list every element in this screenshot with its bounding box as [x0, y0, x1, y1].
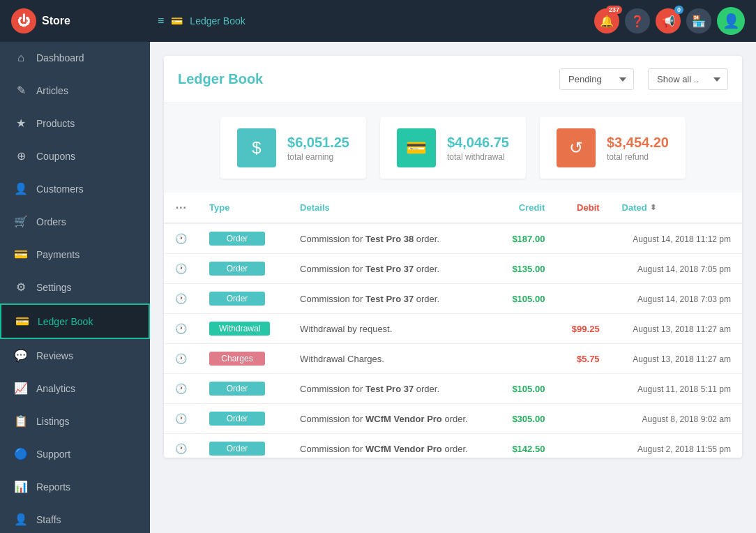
announce-button[interactable]: 📢 0	[656, 8, 681, 33]
date-value: August 13, 2018 11:27 am	[633, 324, 731, 334]
row-credit	[496, 344, 556, 374]
sidebar-item-label: Ledger Book	[38, 316, 93, 327]
sidebar-item-support[interactable]: 🔵 Support	[0, 437, 150, 470]
row-type: Order	[198, 434, 289, 458]
sidebar-item-analytics[interactable]: 📈 Analytics	[0, 372, 150, 405]
stat-withdrawal: 💳 $4,046.75 total withdrawal	[380, 117, 526, 179]
date-value: August 13, 2018 11:27 am	[633, 354, 731, 364]
sidebar: ⌂ Dashboard ✎ Articles ★ Products ⊕ Coup…	[0, 42, 150, 533]
logo-icon[interactable]: ⏻	[11, 8, 36, 33]
help-button[interactable]: ❓	[625, 8, 650, 33]
sidebar-item-staffs[interactable]: 👤 Staffs	[0, 503, 150, 533]
table-row: 🕐 Order Commission for WCfM Vendor Pro o…	[164, 404, 742, 434]
row-details: Commission for Test Pro 37 order.	[289, 374, 496, 404]
table-row: 🕐 Order Commission for Test Pro 38 order…	[164, 223, 742, 254]
col-credit: Credit	[496, 193, 556, 223]
sidebar-item-products[interactable]: ★ Products	[0, 107, 150, 140]
clock-icon: 🕐	[175, 323, 187, 334]
coupons-icon: ⊕	[14, 149, 28, 163]
type-badge: Order	[209, 442, 265, 456]
row-type: Charges	[198, 344, 289, 374]
row-credit	[496, 314, 556, 344]
sidebar-item-orders[interactable]: 🛒 Orders	[0, 205, 150, 238]
type-badge: Order	[209, 232, 265, 246]
row-debit	[556, 284, 610, 314]
sidebar-item-listings[interactable]: 📋 Listings	[0, 405, 150, 437]
avatar[interactable]: 👤	[717, 7, 745, 35]
row-type: Order	[198, 254, 289, 284]
staffs-icon: 👤	[14, 513, 28, 526]
sidebar-item-articles[interactable]: ✎ Articles	[0, 74, 150, 107]
credit-value: $305.00	[512, 414, 545, 424]
breadcrumb-icon: 💳	[171, 15, 183, 27]
row-dated: August 13, 2018 11:27 am	[611, 344, 742, 374]
sidebar-item-ledger-book[interactable]: 💳 Ledger Book	[0, 303, 150, 339]
table-row: 🕐 Order Commission for Test Pro 37 order…	[164, 254, 742, 284]
page-title: Ledger Book	[178, 71, 545, 87]
sidebar-item-reviews[interactable]: 💬 Reviews	[0, 339, 150, 372]
col-dated[interactable]: Dated ⬍	[611, 193, 742, 223]
clock-icon: 🕐	[175, 413, 187, 424]
row-clock: 🕐	[164, 374, 198, 404]
col-type: Type	[198, 193, 289, 223]
stat-earning: $ $6,051.25 total earning	[220, 117, 366, 179]
row-type: Order	[198, 404, 289, 434]
stat-refund: ↺ $3,454.20 total refund	[540, 117, 686, 179]
row-clock: 🕐	[164, 404, 198, 434]
sidebar-item-payments[interactable]: 💳 Payments	[0, 238, 150, 271]
table-row: 🕐 Order Commission for WCfM Vendor Pro o…	[164, 434, 742, 458]
sidebar-item-dashboard[interactable]: ⌂ Dashboard	[0, 42, 150, 74]
show-all-filter[interactable]: Show all .. Orders Withdrawals Charges	[648, 68, 728, 90]
type-badge: Order	[209, 382, 265, 396]
row-details: Commission for Test Pro 38 order.	[289, 223, 496, 254]
stat-earning-info: $6,051.25 total earning	[287, 135, 349, 162]
row-clock: 🕐	[164, 314, 198, 344]
date-value: August 11, 2018 5:11 pm	[637, 384, 731, 394]
row-credit: $105.00	[496, 374, 556, 404]
table-row: 🕐 Charges Withdrawal Charges. $5.75 Augu…	[164, 344, 742, 374]
ledger-panel: Ledger Book Pending Completed All Show a…	[164, 56, 742, 458]
row-type: Order	[198, 284, 289, 314]
sidebar-item-label: Analytics	[36, 383, 75, 394]
sidebar-item-settings[interactable]: ⚙ Settings	[0, 271, 150, 303]
row-debit	[556, 254, 610, 284]
hamburger-icon[interactable]: ≡	[158, 15, 164, 27]
breadcrumb: ≡ 💳 Ledger Book	[158, 15, 594, 27]
date-value: August 8, 2018 9:02 am	[642, 414, 731, 424]
clock-icon: 🕐	[175, 263, 187, 274]
customers-icon: 👤	[14, 182, 28, 195]
clock-icon: 🕐	[175, 383, 187, 394]
orders-icon: 🛒	[14, 215, 28, 228]
withdrawal-icon: 💳	[397, 128, 436, 167]
sidebar-item-reports[interactable]: 📊 Reports	[0, 470, 150, 503]
bell-badge: 237	[606, 6, 622, 14]
bell-button[interactable]: 🔔 237	[594, 8, 619, 33]
row-credit: $142.50	[496, 434, 556, 458]
table-scroll[interactable]: ⋯ Type Details Credit Debit Dated ⬍	[164, 193, 742, 458]
row-credit: $105.00	[496, 284, 556, 314]
col-details: Details	[289, 193, 496, 223]
row-debit	[556, 434, 610, 458]
row-details: Commission for WCfM Vendor Pro order.	[289, 434, 496, 458]
table-container: ⋯ Type Details Credit Debit Dated ⬍	[164, 193, 742, 458]
ledger-icon: 💳	[15, 315, 29, 328]
sidebar-item-coupons[interactable]: ⊕ Coupons	[0, 140, 150, 172]
row-clock: 🕐	[164, 223, 198, 254]
row-type: Order	[198, 374, 289, 404]
store-button[interactable]: 🏪	[686, 8, 711, 33]
products-icon: ★	[14, 117, 28, 130]
row-credit: $305.00	[496, 404, 556, 434]
reviews-icon: 💬	[14, 349, 28, 362]
dated-sort[interactable]: Dated ⬍	[622, 202, 731, 213]
date-value: August 14, 2018 11:12 pm	[633, 234, 731, 244]
col-indicator: ⋯	[164, 193, 198, 223]
sidebar-item-customers[interactable]: 👤 Customers	[0, 172, 150, 205]
row-debit: $99.25	[556, 314, 610, 344]
date-value: August 2, 2018 11:55 pm	[637, 444, 731, 454]
sidebar-item-label: Reviews	[36, 350, 73, 361]
row-clock: 🕐	[164, 434, 198, 458]
sidebar-item-label: Settings	[36, 282, 72, 293]
row-details: Commission for WCfM Vendor Pro order.	[289, 404, 496, 434]
table-row: 🕐 Order Commission for Test Pro 37 order…	[164, 284, 742, 314]
status-filter[interactable]: Pending Completed All	[559, 68, 634, 90]
